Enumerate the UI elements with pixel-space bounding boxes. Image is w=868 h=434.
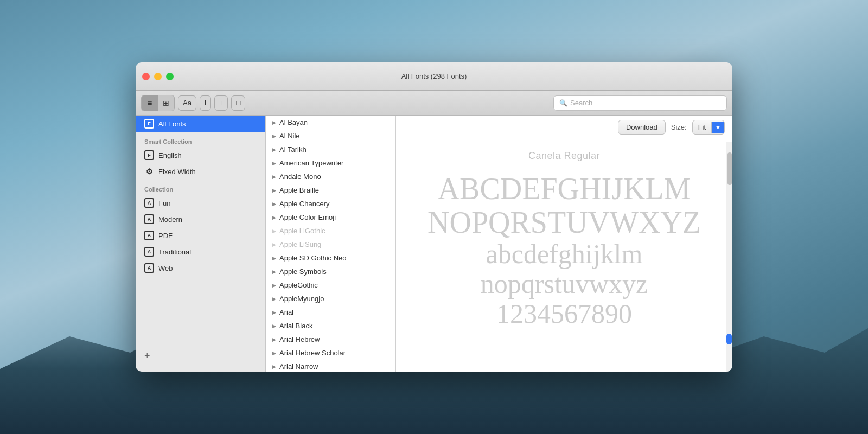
web-label: Web	[158, 264, 173, 272]
main-content: F All Fonts Smart Collection F English ⚙…	[136, 116, 732, 372]
toolbar: ≡ ⊞ Aa i + □ 🔍	[136, 91, 732, 116]
chevron-icon: ▶	[272, 174, 276, 180]
font-name-label: Al Nile	[279, 132, 300, 140]
fixed-width-label: Fixed Width	[158, 168, 196, 176]
font-name-label: Apple Symbols	[279, 267, 327, 276]
font-list-item[interactable]: ▶Arial Hebrew	[266, 333, 395, 346]
preview-lowercase1: abcdefghijklm	[486, 239, 643, 269]
font-list-item[interactable]: ▶Al Tarikh	[266, 143, 395, 156]
main-window: All Fonts (298 Fonts) ≡ ⊞ Aa i + □ 🔍 F A…	[136, 62, 732, 372]
font-list-item[interactable]: ▶Apple SD Gothic Neo	[266, 251, 395, 265]
list-view-button[interactable]: ≡	[142, 95, 158, 111]
sidebar-item-english[interactable]: F English	[136, 147, 265, 163]
title-bar: All Fonts (298 Fonts)	[136, 62, 732, 91]
info-button[interactable]: i	[200, 95, 211, 111]
sidebar: F All Fonts Smart Collection F English ⚙…	[136, 116, 266, 372]
chevron-icon: ▶	[272, 242, 276, 247]
font-list-item[interactable]: ▶Apple LiSung	[266, 238, 395, 251]
sidebar-item-web[interactable]: A Web	[136, 260, 265, 276]
font-list-item[interactable]: ▶Al Nile	[266, 129, 395, 143]
search-icon: 🔍	[559, 99, 567, 107]
font-list-item[interactable]: ▶Apple LiGothic	[266, 224, 395, 238]
font-name-label: Al Tarikh	[279, 145, 307, 154]
fun-label: Fun	[158, 199, 170, 207]
all-fonts-icon: F	[144, 119, 154, 129]
preview-scrollbar-indicator[interactable]	[726, 334, 732, 344]
font-name-label: Apple SD Gothic Neo	[279, 254, 347, 262]
font-name-label: Apple Chancery	[279, 200, 330, 208]
preview-box-button[interactable]: □	[231, 95, 245, 111]
font-list-item[interactable]: ▶Apple Chancery	[266, 197, 395, 210]
modern-icon: A	[144, 214, 154, 224]
web-icon: A	[144, 263, 154, 273]
preview-scrollbar[interactable]	[726, 142, 732, 372]
font-name-label: Arial Narrow	[279, 362, 318, 371]
font-list-item[interactable]: ▶Arial	[266, 305, 395, 319]
font-name-label: Al Bayan	[279, 118, 308, 126]
search-input[interactable]	[570, 99, 721, 107]
add-button[interactable]: +	[214, 95, 228, 111]
font-preview-button[interactable]: Aa	[178, 95, 196, 111]
window-title: All Fonts (298 Fonts)	[401, 72, 467, 80]
font-list-item[interactable]: ▶American Typewriter	[266, 156, 395, 170]
preview-uppercase2: NOPQRSTUVWXYZ	[427, 206, 701, 240]
download-button[interactable]: Download	[618, 120, 666, 135]
modern-label: Modern	[158, 215, 182, 224]
maximize-button[interactable]	[166, 73, 174, 80]
font-list-item[interactable]: ▶Arial Hebrew Scholar	[266, 346, 395, 360]
font-name-label: American Typewriter	[279, 159, 343, 167]
font-name-label: Arial	[279, 308, 293, 316]
font-list-item[interactable]: ▶AppleMyungjo	[266, 292, 395, 305]
chevron-icon: ▶	[272, 337, 276, 342]
close-button[interactable]	[142, 73, 150, 80]
font-list-item[interactable]: ▶Arial Black	[266, 319, 395, 333]
chevron-icon: ▶	[272, 147, 276, 152]
preview-numbers: 1234567890	[496, 299, 632, 329]
view-toggle-group: ≡ ⊞	[141, 95, 175, 111]
all-fonts-label: All Fonts	[158, 120, 186, 128]
sidebar-item-modern[interactable]: A Modern	[136, 211, 265, 227]
chevron-icon: ▶	[272, 296, 276, 302]
chevron-icon: ▶	[272, 201, 276, 207]
sidebar-item-pdf[interactable]: A PDF	[136, 227, 265, 244]
sidebar-item-all-fonts[interactable]: F All Fonts	[136, 116, 265, 132]
minimize-button[interactable]	[154, 73, 162, 80]
font-list[interactable]: ▶Al Bayan▶Al Nile▶Al Tarikh▶American Typ…	[266, 116, 396, 372]
preview-scrollbar-thumb[interactable]	[727, 152, 732, 185]
font-name-label: Apple Color Emoji	[279, 213, 336, 221]
chevron-icon: ▶	[272, 269, 276, 275]
font-name-label: Apple Braille	[279, 186, 319, 194]
preview-area: Download Size: Fit ▼ Canela Regular ABCD…	[396, 116, 732, 372]
search-bar[interactable]: 🔍	[553, 95, 727, 111]
font-list-item[interactable]: ▶Apple Braille	[266, 183, 395, 197]
traditional-label: Traditional	[158, 248, 191, 256]
font-list-item[interactable]: ▶Andale Mono	[266, 170, 395, 183]
font-list-item[interactable]: ▶AppleGothic	[266, 278, 395, 292]
size-chevron-icon[interactable]: ▼	[711, 122, 724, 133]
chevron-icon: ▶	[272, 256, 276, 261]
fun-icon: A	[144, 198, 154, 208]
size-select[interactable]: Fit ▼	[692, 120, 725, 135]
font-name-label: Apple LiGothic	[279, 227, 326, 235]
preview-toolbar: Download Size: Fit ▼	[396, 116, 732, 139]
sidebar-item-fixed-width[interactable]: ⚙ Fixed Width	[136, 163, 265, 180]
font-list-item[interactable]: ▶Al Bayan	[266, 116, 395, 129]
chevron-icon: ▶	[272, 215, 276, 220]
sidebar-item-traditional[interactable]: A Traditional	[136, 244, 265, 260]
preview-font-name: Canela Regular	[528, 150, 600, 162]
pdf-label: PDF	[158, 232, 173, 240]
chevron-icon: ▶	[272, 188, 276, 193]
chevron-icon: ▶	[272, 120, 276, 125]
chevron-icon: ▶	[272, 350, 276, 356]
font-list-item[interactable]: ▶Arial Narrow	[266, 360, 395, 372]
font-list-item[interactable]: ▶Apple Color Emoji	[266, 210, 395, 224]
font-name-label: Arial Black	[279, 322, 312, 330]
collection-header: Collection	[136, 180, 265, 195]
sidebar-add-button[interactable]: +	[136, 346, 265, 366]
chevron-icon: ▶	[272, 364, 276, 369]
grid-view-button[interactable]: ⊞	[158, 95, 174, 111]
chevron-icon: ▶	[272, 323, 276, 329]
sidebar-item-fun[interactable]: A Fun	[136, 195, 265, 211]
font-list-item[interactable]: ▶Apple Symbols	[266, 265, 395, 278]
preview-lowercase2: nopqrstuvwxyz	[481, 269, 648, 299]
